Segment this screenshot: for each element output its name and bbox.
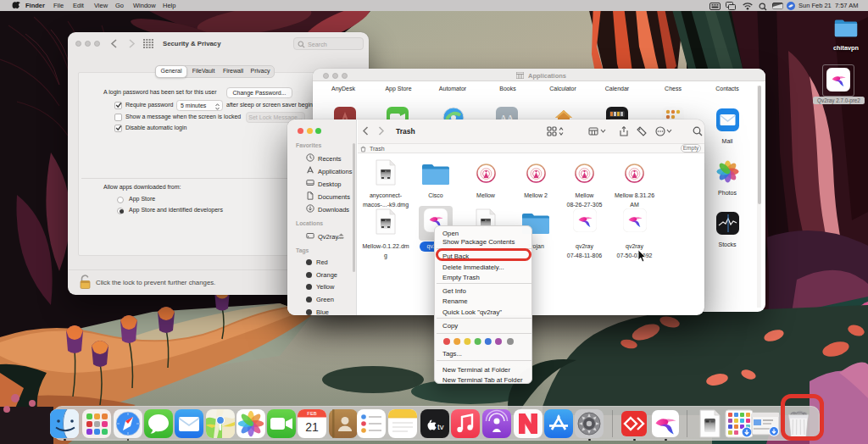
svg-text:21: 21 xyxy=(305,420,319,434)
svg-text:FEB: FEB xyxy=(307,411,316,416)
svg-text:tv: tv xyxy=(437,422,444,431)
